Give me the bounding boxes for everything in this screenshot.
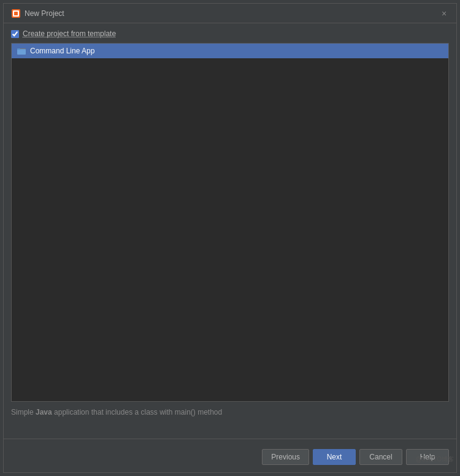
button-row: Previous Next Cancel Help bbox=[4, 444, 456, 472]
title-bar-left: New Project bbox=[11, 9, 64, 18]
svg-rect-5 bbox=[17, 48, 20, 50]
svg-rect-2 bbox=[14, 12, 18, 15]
create-from-template-label: Create project from template bbox=[23, 29, 116, 38]
template-folder-icon bbox=[17, 46, 26, 56]
description-bold: Java bbox=[36, 408, 52, 416]
dialog-content: Create project from template Command Lin… bbox=[4, 23, 456, 439]
description-text-before: Simple bbox=[11, 408, 36, 416]
template-item-command-line-app[interactable]: Command Line App bbox=[12, 44, 448, 58]
previous-button[interactable]: Previous bbox=[262, 449, 309, 465]
next-button[interactable]: Next bbox=[313, 449, 356, 465]
create-from-template-row: Create project from template bbox=[11, 29, 449, 38]
new-project-dialog: New Project × Create project from templa… bbox=[3, 3, 457, 473]
svg-rect-4 bbox=[17, 49, 26, 55]
description-text-after: application that includes a class with m… bbox=[52, 408, 222, 416]
template-item-label: Command Line App bbox=[30, 47, 94, 55]
dialog-title: New Project bbox=[25, 9, 64, 18]
title-bar: New Project × bbox=[4, 4, 456, 23]
create-from-template-checkbox[interactable] bbox=[11, 30, 19, 38]
watermark: @51CTO博客 bbox=[416, 455, 454, 464]
app-icon bbox=[11, 9, 21, 18]
close-button[interactable]: × bbox=[439, 9, 449, 18]
template-list[interactable]: Command Line App bbox=[11, 43, 449, 402]
template-description: Simple Java application that includes a … bbox=[11, 402, 449, 432]
separator bbox=[4, 439, 456, 439]
cancel-button[interactable]: Cancel bbox=[359, 449, 402, 465]
